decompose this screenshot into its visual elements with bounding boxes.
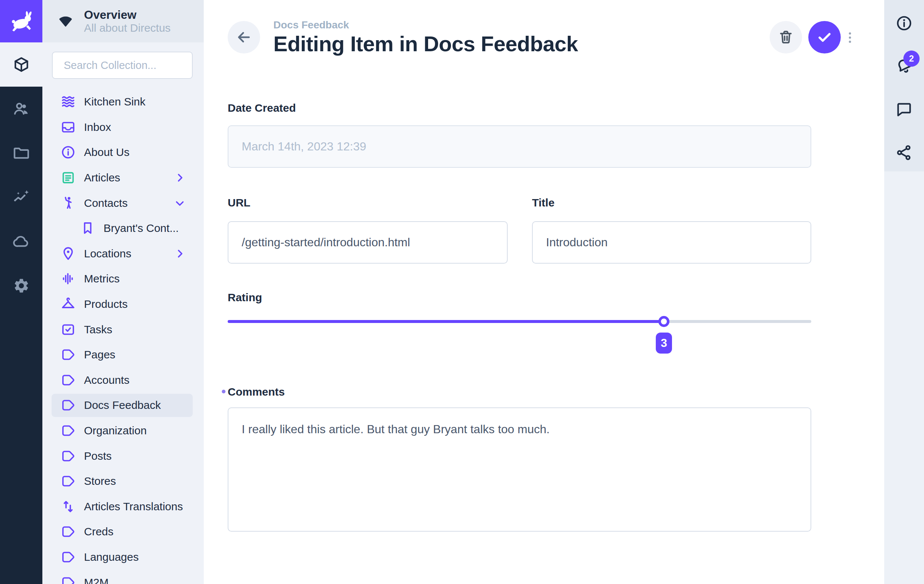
- cloud-icon: [13, 233, 30, 250]
- collection-item-docs-feedback[interactable]: Docs Feedback: [42, 393, 204, 418]
- module-insights[interactable]: [0, 175, 42, 219]
- collections-nav: Overview All about Directus Kitchen Sink…: [42, 0, 204, 584]
- collection-item-inbox[interactable]: Inbox: [42, 115, 204, 140]
- collection-label: M2M: [84, 576, 109, 584]
- chevron-right-icon[interactable]: [174, 172, 186, 184]
- collection-item-about-us[interactable]: About Us: [42, 140, 204, 165]
- arrow-left-icon: [236, 29, 252, 45]
- collection-item-stores[interactable]: Stores: [42, 468, 204, 494]
- collection-label: About Us: [84, 146, 129, 159]
- collection-label: Docs Feedback: [84, 399, 161, 412]
- share-icon: [896, 144, 912, 161]
- collection-item-articles[interactable]: Articles: [42, 165, 204, 190]
- collection-label: Locations: [84, 247, 131, 260]
- collection-item-articles-translations[interactable]: Articles Translations: [42, 494, 204, 519]
- gear-icon: [13, 277, 30, 294]
- collection-label: Bryant's Cont...: [104, 222, 179, 235]
- delete-button[interactable]: [770, 21, 802, 53]
- folder-icon: [13, 144, 30, 162]
- url-input[interactable]: [228, 221, 508, 264]
- more-options-button[interactable]: [843, 29, 856, 46]
- waves-icon: [61, 94, 76, 109]
- label-icon: [61, 474, 76, 488]
- label-icon: [61, 449, 76, 463]
- slider-knob[interactable]: [658, 316, 670, 327]
- collection-item-organization[interactable]: Organization: [42, 418, 204, 443]
- collection-label: Metrics: [84, 273, 120, 285]
- collection-item-languages[interactable]: Languages: [42, 544, 204, 570]
- collection-label: Posts: [84, 450, 112, 462]
- module-bar-items: [0, 42, 42, 308]
- label-icon: [61, 524, 76, 539]
- title-input[interactable]: [532, 221, 811, 264]
- users-icon: [13, 100, 30, 117]
- sidebar-item-details-button[interactable]: [884, 3, 924, 43]
- sidebar-comments-button[interactable]: [884, 89, 924, 130]
- collection-label: Languages: [84, 551, 139, 563]
- collection-label: Stores: [84, 475, 116, 487]
- label-icon: [61, 398, 76, 412]
- sidebar-share-button[interactable]: [884, 132, 924, 173]
- collection-item-kitchen-sink[interactable]: Kitchen Sink: [42, 89, 204, 115]
- chevron-down-icon[interactable]: [174, 197, 186, 209]
- date-created-input[interactable]: [228, 125, 811, 168]
- collection-label: Kitchen Sink: [84, 96, 145, 108]
- check-icon: [816, 29, 833, 46]
- edited-indicator-dot: [222, 390, 226, 394]
- equalizer-icon: [61, 271, 76, 286]
- collection-label: Contacts: [84, 197, 127, 209]
- hanger-icon: [61, 297, 76, 311]
- rating-value-tooltip: 3: [656, 333, 672, 354]
- chat-icon: [896, 101, 912, 118]
- collection-item-products[interactable]: Products: [42, 292, 204, 317]
- comments-textarea[interactable]: I really liked this article. But that gu…: [228, 407, 811, 532]
- project-header[interactable]: Overview All about Directus: [42, 0, 204, 42]
- info-icon: [61, 145, 76, 160]
- collection-item-posts[interactable]: Posts: [42, 443, 204, 468]
- right-sidebar: 2: [884, 0, 924, 584]
- collection-item-metrics[interactable]: Metrics: [42, 266, 204, 292]
- title-label: Title: [532, 197, 554, 209]
- collection-label: Accounts: [84, 374, 129, 386]
- collection-item-contacts[interactable]: Contacts: [42, 190, 204, 216]
- collection-label: Articles: [84, 172, 120, 184]
- module-users[interactable]: [0, 87, 42, 131]
- swap-vert-icon: [61, 499, 76, 514]
- collection-item-pages[interactable]: Pages: [42, 342, 204, 367]
- collection-item-m2m[interactable]: M2M: [42, 570, 204, 584]
- save-button[interactable]: [808, 21, 841, 53]
- collection-item-locations[interactable]: Locations: [42, 241, 204, 266]
- module-collections[interactable]: [0, 42, 42, 87]
- project-fan-icon: [57, 14, 74, 29]
- collection-list: Kitchen SinkInboxAbout UsArticlesContact…: [42, 89, 204, 584]
- inbox-icon: [61, 120, 76, 134]
- rating-slider[interactable]: [228, 310, 811, 333]
- collection-item-tasks[interactable]: Tasks: [42, 317, 204, 342]
- collection-item-creds[interactable]: Creds: [42, 519, 204, 544]
- dots-vertical-icon: [843, 29, 856, 46]
- breadcrumb[interactable]: Docs Feedback: [273, 19, 349, 31]
- sidebar-notifications-button[interactable]: 2: [884, 46, 924, 87]
- search-collection-input[interactable]: [52, 51, 193, 79]
- slider-fill: [228, 320, 664, 323]
- chevron-right-icon[interactable]: [174, 248, 186, 260]
- task-icon: [61, 322, 76, 337]
- page-title: Editing Item in Docs Feedback: [273, 31, 578, 56]
- collection-item-accounts[interactable]: Accounts: [42, 367, 204, 393]
- main-content: Docs Feedback Editing Item in Docs Feedb…: [204, 0, 884, 584]
- rabbit-logo-icon: [8, 10, 35, 33]
- collection-label: Tasks: [84, 323, 112, 336]
- module-files[interactable]: [0, 131, 42, 175]
- module-extensions[interactable]: [0, 219, 42, 264]
- back-button[interactable]: [228, 21, 260, 53]
- article-icon: [61, 170, 76, 185]
- label-icon: [61, 575, 76, 584]
- collection-label: Inbox: [84, 121, 111, 134]
- collection-label: Pages: [84, 348, 116, 361]
- collection-item-bryant-s-cont[interactable]: Bryant's Cont...: [42, 216, 204, 241]
- module-settings[interactable]: [0, 264, 42, 308]
- rating-label: Rating: [228, 291, 262, 304]
- info-icon: [896, 15, 912, 32]
- collection-label: Organization: [84, 424, 147, 437]
- app-logo[interactable]: [0, 0, 42, 42]
